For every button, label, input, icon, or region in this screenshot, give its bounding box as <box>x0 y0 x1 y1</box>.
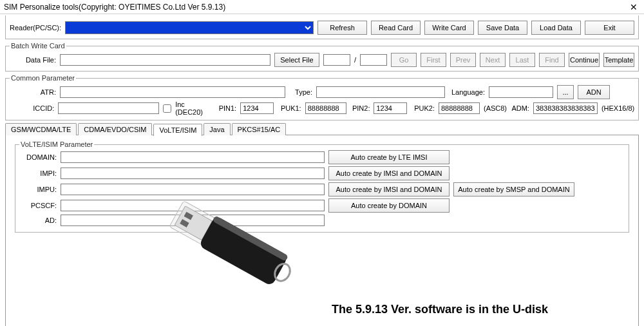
continue-button[interactable]: Continue <box>569 53 600 67</box>
batch-counter-b <box>360 54 387 66</box>
type-label: Type: <box>289 88 312 96</box>
adm-label: ADM: <box>511 104 529 112</box>
ad-label: AD: <box>19 216 57 224</box>
reader-label: Reader(PC/SC): <box>10 24 61 32</box>
counter-separator: / <box>354 56 356 64</box>
auto-imsi-domain2-button[interactable]: Auto create by IMSI and DOMAIN <box>328 182 450 197</box>
save-data-button[interactable]: Save Data <box>478 21 527 35</box>
type-input <box>316 86 445 98</box>
refresh-button[interactable]: Refresh <box>317 21 367 35</box>
iccid-label: ICCID: <box>10 104 54 112</box>
adn-button[interactable]: ADN <box>578 85 610 99</box>
impi-input[interactable] <box>61 168 325 179</box>
go-button[interactable]: Go <box>391 53 417 67</box>
write-card-button[interactable]: Write Card <box>424 21 474 35</box>
reader-select[interactable] <box>65 21 314 34</box>
volte-legend: VoLTE/ISIM Parameter <box>19 140 94 148</box>
exit-button[interactable]: Exit <box>585 21 634 35</box>
find-button[interactable]: Find <box>539 53 565 67</box>
template-button[interactable]: Template <box>603 53 634 67</box>
asc8-label: (ASC8) <box>484 104 507 112</box>
auto-domain-button[interactable]: Auto create by DOMAIN <box>328 198 450 213</box>
pcscf-label: PCSCF: <box>19 202 57 209</box>
hex-label: (HEX16/8) <box>601 104 634 112</box>
puk1-input[interactable] <box>305 102 346 114</box>
adm-input[interactable] <box>533 102 598 114</box>
first-button[interactable]: First <box>421 53 446 67</box>
puk2-label: PUK2: <box>411 104 435 112</box>
pin2-input[interactable] <box>374 102 407 114</box>
inc-checkbox[interactable] <box>163 104 171 113</box>
common-legend: Common Parameter <box>10 74 76 82</box>
close-icon[interactable]: ✕ <box>627 2 640 12</box>
batch-counter-a[interactable] <box>323 54 350 66</box>
last-button[interactable]: Last <box>509 53 535 67</box>
tab-cdma[interactable]: CDMA/EVDO/CSIM <box>78 123 152 135</box>
lang-input[interactable] <box>489 86 553 98</box>
pin1-input[interactable] <box>240 102 274 114</box>
puk2-input[interactable] <box>439 102 480 114</box>
tab-java[interactable]: Java <box>204 123 230 135</box>
select-file-button[interactable]: Select File <box>274 53 319 67</box>
tab-volte[interactable]: VoLTE/ISIM <box>153 124 202 136</box>
prev-button[interactable]: Prev <box>450 53 476 67</box>
window-title: SIM Personalize tools(Copyright: OYEITIM… <box>4 3 627 12</box>
data-file-label: Data File: <box>10 56 56 64</box>
pin2-label: PIN2: <box>350 104 370 112</box>
lang-label: Language: <box>449 88 485 96</box>
pin1-label: PIN1: <box>216 104 236 112</box>
impi-label: IMPI: <box>19 169 57 177</box>
next-button[interactable]: Next <box>480 53 506 67</box>
tab-pkcs[interactable]: PKCS#15/AC <box>232 123 287 135</box>
lang-more-button[interactable]: ... <box>557 85 574 99</box>
load-data-button[interactable]: Load Data <box>531 21 581 35</box>
overlay-text: The 5.9.13 Ver. software is in the U-dis… <box>332 303 548 316</box>
auto-imsi-domain-button[interactable]: Auto create by IMSI and DOMAIN <box>328 166 450 180</box>
domain-label: DOMAIN: <box>19 153 57 161</box>
domain-input[interactable] <box>61 151 325 163</box>
read-card-button[interactable]: Read Card <box>371 21 421 35</box>
batch-legend: Batch Write Card <box>10 42 66 50</box>
auto-lte-button[interactable]: Auto create by LTE IMSI <box>328 150 450 164</box>
puk1-label: PUK1: <box>278 104 301 112</box>
iccid-input[interactable] <box>58 102 159 114</box>
atr-label: ATR: <box>10 88 56 96</box>
usb-drive-icon <box>151 190 312 306</box>
inc-label: Inc (DEC20) <box>175 101 213 116</box>
atr-input <box>60 86 285 98</box>
tab-gsm[interactable]: GSM/WCDMA/LTE <box>5 123 77 135</box>
data-file-input[interactable] <box>60 54 270 66</box>
auto-smsp-button[interactable]: Auto create by SMSP and DOMAIN <box>453 182 574 197</box>
impu-label: IMPU: <box>19 186 57 193</box>
